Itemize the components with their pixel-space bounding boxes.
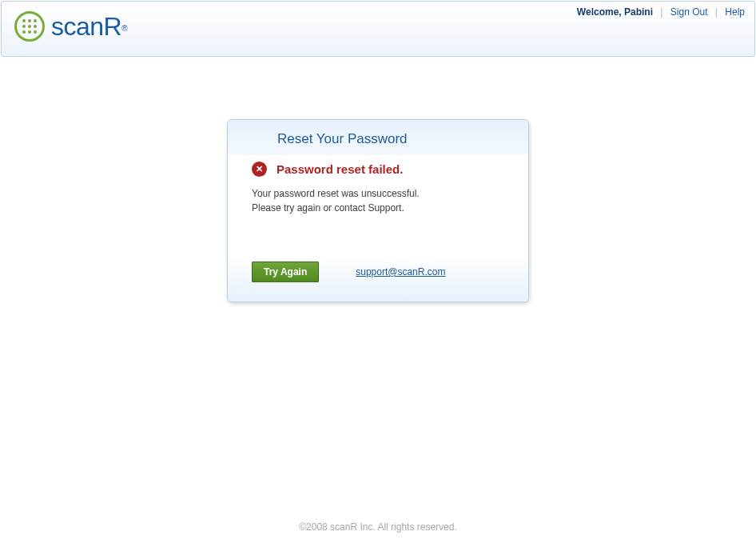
reset-password-card: Reset Your Password ✕ Password reset fai… <box>227 119 529 302</box>
content-area: Reset Your Password ✕ Password reset fai… <box>0 57 756 302</box>
card-title: Reset Your Password <box>277 131 528 147</box>
error-header: ✕ Password reset failed. <box>252 162 504 177</box>
logo-text: scanR <box>51 12 121 42</box>
error-title: Password reset failed. <box>277 162 403 176</box>
welcome-text: Welcome, Pabini <box>577 6 653 18</box>
card-body: ✕ Password reset failed. Your password r… <box>228 155 528 215</box>
support-email-link[interactable]: support@scanR.com <box>356 266 445 278</box>
sign-out-link[interactable]: Sign Out <box>670 6 708 18</box>
card-header: Reset Your Password <box>228 120 528 155</box>
separator: | <box>715 6 718 18</box>
card-footer: Try Again support@scanR.com <box>228 255 528 301</box>
error-line-1: Your password reset was unsuccessful. <box>252 188 420 199</box>
top-links: Welcome, Pabini | Sign Out | Help <box>577 2 754 18</box>
registered-icon: ® <box>121 24 127 33</box>
separator: | <box>660 6 662 18</box>
help-link[interactable]: Help <box>725 6 745 18</box>
footer: ©2008 scanR Inc. All rights reserved. <box>0 521 756 533</box>
logo-icon <box>14 11 45 42</box>
copyright-text: ©2008 scanR Inc. All rights reserved. <box>299 521 457 533</box>
error-icon: ✕ <box>252 162 267 177</box>
try-again-button[interactable]: Try Again <box>252 262 319 282</box>
error-line-2: Please try again or contact Support. <box>252 202 404 214</box>
error-message: Your password reset was unsuccessful. Pl… <box>252 186 504 215</box>
logo[interactable]: scanR® <box>2 2 128 42</box>
header-bar: scanR® Welcome, Pabini | Sign Out | Help <box>1 1 755 57</box>
